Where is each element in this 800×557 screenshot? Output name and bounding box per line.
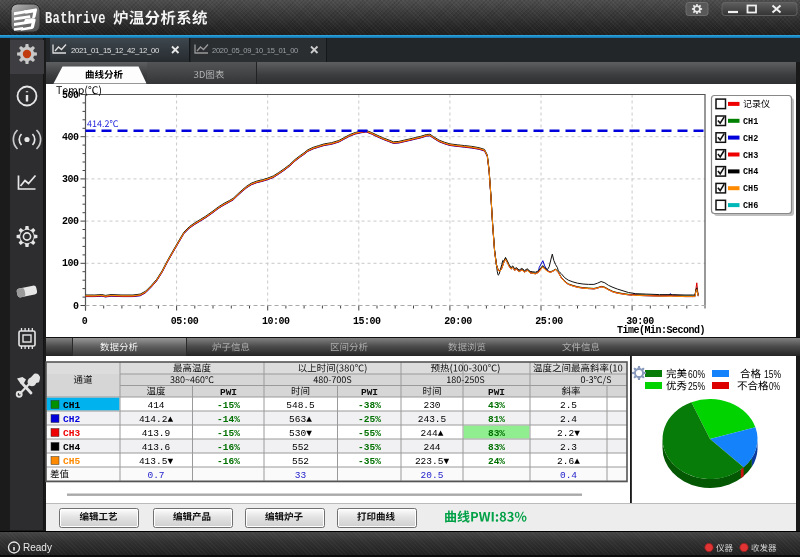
svg-text:CH5: CH5 (63, 456, 80, 467)
svg-text:2.5: 2.5 (560, 400, 577, 411)
svg-text:-55%: -55% (358, 428, 381, 439)
svg-text:563▲: 563▲ (289, 414, 312, 425)
svg-text:PWI: PWI (488, 387, 505, 398)
svg-text:60%: 60% (688, 368, 705, 380)
svg-text:CH1: CH1 (743, 117, 758, 127)
svg-text:2.3: 2.3 (560, 442, 577, 453)
svg-text:CH4: CH4 (63, 442, 80, 453)
svg-text:100: 100 (62, 258, 79, 269)
svg-text:PWI: PWI (361, 387, 378, 398)
svg-text:24%: 24% (488, 456, 505, 467)
svg-text:PWI: PWI (220, 387, 237, 398)
svg-text:414.2▲: 414.2▲ (139, 414, 174, 425)
svg-text:15:00: 15:00 (353, 316, 381, 327)
svg-text:2.6▲: 2.6▲ (557, 456, 580, 467)
svg-text:0%: 0% (769, 380, 780, 392)
svg-text:-15%: -15% (217, 400, 240, 411)
svg-text:20:00: 20:00 (444, 316, 472, 327)
svg-text:244▲: 244▲ (421, 428, 444, 439)
svg-text:Ready: Ready (23, 542, 52, 553)
svg-text:-35%: -35% (358, 456, 381, 467)
svg-text:2.2▼: 2.2▼ (557, 428, 580, 439)
svg-text:0.4: 0.4 (560, 470, 577, 481)
svg-text:200: 200 (62, 216, 79, 227)
svg-text:414: 414 (147, 400, 164, 411)
svg-text:83%: 83% (488, 428, 505, 439)
svg-text:230: 230 (423, 400, 440, 411)
svg-text:20.5: 20.5 (421, 470, 444, 481)
svg-text:-16%: -16% (217, 456, 240, 467)
svg-text:CH3: CH3 (63, 428, 80, 439)
svg-text:CH2: CH2 (63, 414, 80, 425)
svg-text:Time(Min:Second): Time(Min:Second) (617, 325, 705, 336)
svg-text:81%: 81% (488, 414, 505, 425)
svg-text:243.5: 243.5 (418, 414, 447, 425)
svg-text:413.9: 413.9 (142, 428, 171, 439)
svg-text:CH5: CH5 (743, 184, 758, 194)
svg-text:530▼: 530▼ (289, 428, 312, 439)
svg-text:10:00: 10:00 (262, 316, 290, 327)
svg-text:0: 0 (82, 316, 88, 327)
svg-text:33: 33 (295, 470, 307, 481)
svg-text:2020_05_09_10_15_01_00: 2020_05_09_10_15_01_00 (212, 46, 299, 55)
svg-text:-15%: -15% (217, 428, 240, 439)
svg-text:CH4: CH4 (743, 167, 758, 177)
svg-text:CH1: CH1 (63, 400, 80, 411)
svg-text:15%: 15% (764, 368, 781, 380)
svg-text:05:00: 05:00 (171, 316, 199, 327)
svg-text:223.5▼: 223.5▼ (415, 456, 450, 467)
svg-text:-14%: -14% (217, 414, 240, 425)
svg-text:300: 300 (62, 174, 79, 185)
svg-text:-35%: -35% (358, 442, 381, 453)
svg-text:0: 0 (73, 301, 79, 312)
svg-text:2.4: 2.4 (560, 414, 577, 425)
svg-text:552: 552 (292, 456, 309, 467)
svg-text:244: 244 (423, 442, 440, 453)
svg-text:43%: 43% (488, 400, 505, 411)
svg-text:Bathrive: Bathrive (45, 9, 106, 28)
svg-text:-38%: -38% (358, 400, 381, 411)
svg-text:-16%: -16% (217, 442, 240, 453)
svg-text:-25%: -25% (358, 414, 381, 425)
svg-text:CH2: CH2 (743, 134, 758, 144)
svg-text:2021_01_15_12_42_12_00: 2021_01_15_12_42_12_00 (71, 46, 160, 55)
svg-text:25:00: 25:00 (535, 316, 563, 327)
svg-text:83%: 83% (488, 442, 505, 453)
svg-text:413.5▼: 413.5▼ (139, 456, 174, 467)
svg-text:CH3: CH3 (743, 151, 758, 161)
svg-text:400: 400 (62, 132, 79, 143)
svg-text:25%: 25% (688, 380, 705, 392)
svg-text:CH6: CH6 (743, 201, 758, 211)
svg-text:413.6: 413.6 (142, 442, 171, 453)
svg-text:0.7: 0.7 (147, 470, 164, 481)
svg-text:548.5: 548.5 (286, 400, 315, 411)
svg-text:552: 552 (292, 442, 309, 453)
